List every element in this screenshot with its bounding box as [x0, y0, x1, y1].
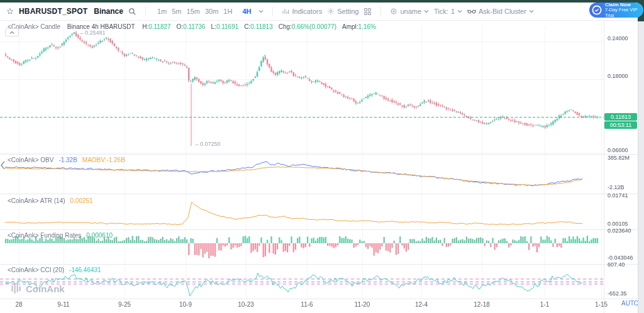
- panel-legend-title: <CoinAnk> Funding Rates: [8, 232, 81, 239]
- tick-value: 1: [451, 8, 455, 15]
- timeframe-group: 1m5m15m30m1H: [155, 8, 235, 15]
- y-axis-label: 0.06000: [608, 147, 628, 153]
- candle-countdown-badge: 00:53:11: [604, 121, 637, 129]
- y-axis-label: 607.40: [608, 261, 625, 268]
- timeframe-15m[interactable]: 15m: [187, 8, 200, 15]
- main-chart-legend: <CoinAnk> Candle Binance 4h HBARUSDT H:0…: [8, 23, 376, 30]
- panel-legend-value: -146.46431: [69, 266, 101, 273]
- y-axis-label: 0.023640: [608, 228, 631, 234]
- vip-medal-icon: [591, 4, 602, 16]
- setting-label: Setting: [337, 8, 358, 15]
- y-axis-label: 0.01741: [608, 192, 628, 199]
- watermark-text: CoinAnk: [26, 283, 65, 294]
- symbol-name[interactable]: HBARUSDT_SPOT: [19, 7, 87, 16]
- gear-icon: [327, 8, 335, 15]
- search-icon[interactable]: [128, 8, 136, 16]
- x-axis-label: 1-15: [595, 301, 608, 308]
- y-axis-label: -2.12B: [608, 184, 625, 190]
- y-axis-label: 0.00105: [608, 221, 628, 227]
- panel-legend-title: <CoinAnk> OBV: [8, 156, 53, 163]
- timeframe-30m[interactable]: 30m: [205, 8, 218, 15]
- x-axis-label: 11-20: [355, 301, 370, 308]
- tick-label: Tick:: [434, 8, 448, 15]
- window-frame-top: [0, 0, 644, 3]
- collapse-panel-button[interactable]: [5, 28, 19, 36]
- claim-vip-button[interactable]: Claim Now 7-Day Free VIP Trial: [589, 3, 643, 18]
- panel-legend-value: MAOBV:-1.26B: [82, 156, 125, 163]
- chevron-down-icon[interactable]: [258, 9, 264, 13]
- legend-field-label: Chg:: [279, 23, 292, 30]
- indicators-button[interactable]: Indicators: [282, 8, 322, 15]
- divider: [380, 7, 381, 16]
- claim-line2: 7-Day Free VIP Trial: [605, 8, 640, 18]
- x-axis-label: 9-25: [118, 301, 131, 308]
- panel-legend-atr: <CoinAnk> ATR (14)0.00251: [8, 197, 93, 204]
- divider: [145, 7, 146, 16]
- panel-legend-title: <CoinAnk> ATR (14): [8, 197, 65, 204]
- x-axis-label: 11-6: [301, 301, 313, 308]
- panel-legend-value: 0.00251: [70, 197, 93, 204]
- low-price-annotation: ←0.07250: [194, 141, 221, 147]
- y-axis-label: 0.18000: [608, 73, 628, 79]
- legend-field-value: 0.11736: [183, 23, 205, 30]
- y-axis-label: -652.35: [608, 290, 627, 297]
- high-price-annotation: ←0.25481: [79, 30, 106, 36]
- toolbar: HBARUSDT_SPOT Binance 1m5m15m30m1H 4H In…: [0, 3, 644, 21]
- coinank-watermark: CoinAnk: [10, 283, 65, 294]
- chevron-down-icon: [457, 9, 462, 13]
- panel-legend-cci: <CoinAnk> CCI (20)-146.46431: [8, 266, 101, 273]
- legend-field-label: Ampl:: [342, 23, 358, 30]
- legend-field-label: O:: [177, 23, 184, 30]
- indicators-label: Indicators: [292, 8, 322, 15]
- last-price-badge: 0.11813: [604, 113, 637, 121]
- y-axis-label: -0.043046: [608, 255, 633, 261]
- pane-collapse-left-icon[interactable]: [0, 161, 6, 172]
- timeframe-active[interactable]: 4H: [242, 8, 251, 15]
- panel-legend-funding-rates: <CoinAnk> Funding Rates0.000610: [8, 232, 113, 239]
- legend-field-value: 1.16%: [358, 23, 376, 30]
- legend-field-label: H:: [142, 23, 148, 30]
- panel-legend-obv: <CoinAnk> OBV-1.32BMAOBV:-1.26B: [8, 156, 125, 163]
- x-axis-label: 12-4: [415, 301, 428, 308]
- axis-auto-button[interactable]: AUTO: [621, 300, 639, 307]
- timeframe-5m[interactable]: 5m: [172, 8, 181, 15]
- legend-field-value: 0.11813: [250, 23, 272, 30]
- panel-legend-title: <CoinAnk> CCI (20): [8, 266, 64, 273]
- coinank-logo-icon: [10, 283, 23, 294]
- x-axis-label: 12-18: [474, 301, 490, 308]
- layout-grid-icon[interactable]: [364, 8, 372, 16]
- legend-field-value: 0.66%(0.00077): [292, 23, 336, 30]
- favorite-star-icon[interactable]: [6, 8, 14, 15]
- panel-legend-value: 0.000610: [86, 232, 113, 239]
- chevron-down-icon: [529, 9, 534, 13]
- x-axis-label: 9-11: [57, 301, 69, 308]
- y-axis-label: 0.24000: [608, 35, 628, 41]
- setting-button[interactable]: Setting: [327, 8, 358, 15]
- askbid-cluster-toggle[interactable]: Ask-Bid Cluster: [467, 8, 534, 15]
- indicators-icon: [282, 8, 289, 15]
- x-axis-label: 10-23: [238, 301, 254, 308]
- timeframe-1m[interactable]: 1m: [157, 8, 167, 15]
- legend-field-label: C:: [244, 23, 250, 30]
- exchange-name[interactable]: Binance: [94, 7, 123, 16]
- x-axis-label: 1-1: [540, 301, 549, 308]
- divider: [272, 7, 273, 16]
- legend-ohlc-fields: H:0.11827O:0.11736L:0.11691C:0.11813Chg:…: [136, 23, 376, 30]
- askbid-label: Ask-Bid Cluster: [479, 8, 526, 15]
- x-axis-label: 10-9: [179, 301, 192, 308]
- username: uname: [400, 8, 421, 15]
- legend-field-label: L:: [211, 23, 216, 30]
- chevron-down-icon: [424, 9, 429, 13]
- legend-field-value: 0.11691: [216, 23, 238, 30]
- user-menu[interactable]: uname: [390, 8, 429, 15]
- panel-legend-value: -1.32B: [58, 156, 77, 163]
- app-window: HBARUSDT_SPOT Binance 1m5m15m30m1H 4H In…: [0, 0, 644, 313]
- window-frame-right: [638, 0, 644, 313]
- legend-field-value: 0.11827: [148, 23, 170, 30]
- timeframe-1H[interactable]: 1H: [223, 8, 232, 15]
- x-axis-label: 28: [15, 301, 22, 308]
- tick-select[interactable]: Tick: 1: [434, 8, 462, 15]
- y-axis-label: 385.82M: [608, 155, 630, 161]
- glasses-icon: [467, 8, 476, 14]
- user-icon: [390, 8, 397, 15]
